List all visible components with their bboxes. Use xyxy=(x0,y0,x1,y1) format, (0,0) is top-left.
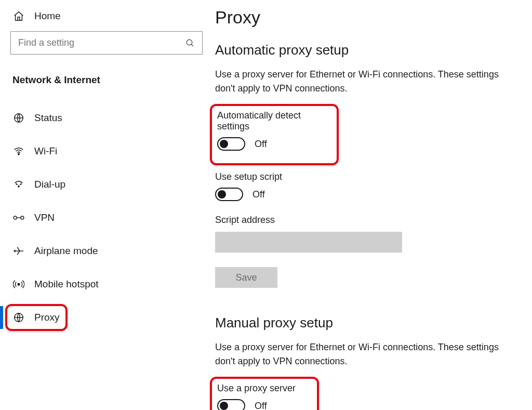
svg-point-3 xyxy=(18,153,20,155)
search-input[interactable] xyxy=(10,31,203,55)
hotspot-icon xyxy=(12,279,25,290)
auto-detect-label: Automatically detect settings xyxy=(217,110,331,137)
svg-point-0 xyxy=(187,39,192,45)
auto-proxy-description: Use a proxy server for Ethernet or Wi-Fi… xyxy=(215,68,506,108)
sidebar-item-wifi[interactable]: Wi-Fi xyxy=(0,135,213,168)
auto-proxy-heading: Automatic proxy setup xyxy=(215,39,523,68)
script-address-input xyxy=(215,232,402,253)
home-link[interactable]: Home xyxy=(0,6,213,31)
svg-point-8 xyxy=(18,283,20,285)
sidebar-item-label: Wi-Fi xyxy=(34,146,57,157)
airplane-icon xyxy=(12,245,25,257)
setup-script-label: Use setup script xyxy=(215,171,523,188)
wifi-icon xyxy=(12,146,25,157)
use-proxy-label: Use a proxy server xyxy=(217,383,312,399)
sidebar-item-label: Proxy xyxy=(34,312,60,323)
sidebar-item-label: Airplane mode xyxy=(34,245,98,257)
sidebar-category: Network & Internet xyxy=(0,55,213,97)
svg-line-1 xyxy=(191,44,193,46)
svg-point-4 xyxy=(18,186,19,187)
annotation-highlight: Use a proxy server Off xyxy=(210,377,319,410)
search-icon xyxy=(185,38,195,48)
dialup-icon xyxy=(12,179,25,190)
sidebar-item-label: Status xyxy=(34,112,62,124)
search-field[interactable] xyxy=(18,37,185,48)
auto-detect-state: Off xyxy=(255,139,267,150)
sidebar-item-status[interactable]: Status xyxy=(0,101,213,135)
setup-script-state: Off xyxy=(252,189,265,200)
vpn-icon xyxy=(12,213,25,223)
save-button: Save xyxy=(215,267,277,288)
sidebar-item-label: Mobile hotspot xyxy=(34,279,99,290)
globe-network-icon xyxy=(12,112,25,124)
globe-icon xyxy=(12,312,25,323)
sidebar-item-label: VPN xyxy=(34,212,55,223)
settings-main: Proxy Automatic proxy setup Use a proxy … xyxy=(213,0,532,410)
sidebar-item-airplane[interactable]: Airplane mode xyxy=(0,234,213,268)
settings-sidebar: Home Network & Internet Stat xyxy=(0,0,213,410)
annotation-highlight: Automatically detect settings Off xyxy=(210,104,339,165)
setup-script-toggle[interactable] xyxy=(215,188,243,201)
manual-proxy-heading: Manual proxy setup xyxy=(215,312,523,340)
svg-point-5 xyxy=(14,216,17,219)
use-proxy-toggle[interactable] xyxy=(217,399,245,410)
sidebar-item-proxy[interactable]: Proxy xyxy=(0,301,213,334)
sidebar-item-label: Dial-up xyxy=(34,179,65,190)
home-label: Home xyxy=(34,10,61,22)
sidebar-item-hotspot[interactable]: Mobile hotspot xyxy=(0,268,213,301)
page-title: Proxy xyxy=(215,0,523,39)
use-proxy-state: Off xyxy=(255,401,267,411)
sidebar-nav: Status Wi-Fi Dial-up xyxy=(0,97,213,334)
manual-proxy-description: Use a proxy server for Ethernet or Wi-Fi… xyxy=(215,340,506,381)
auto-detect-toggle[interactable] xyxy=(217,137,245,151)
sidebar-item-dialup[interactable]: Dial-up xyxy=(0,168,213,201)
sidebar-item-vpn[interactable]: VPN xyxy=(0,201,213,234)
home-icon xyxy=(12,10,25,22)
script-address-label: Script address xyxy=(215,211,523,232)
svg-point-6 xyxy=(21,216,24,219)
